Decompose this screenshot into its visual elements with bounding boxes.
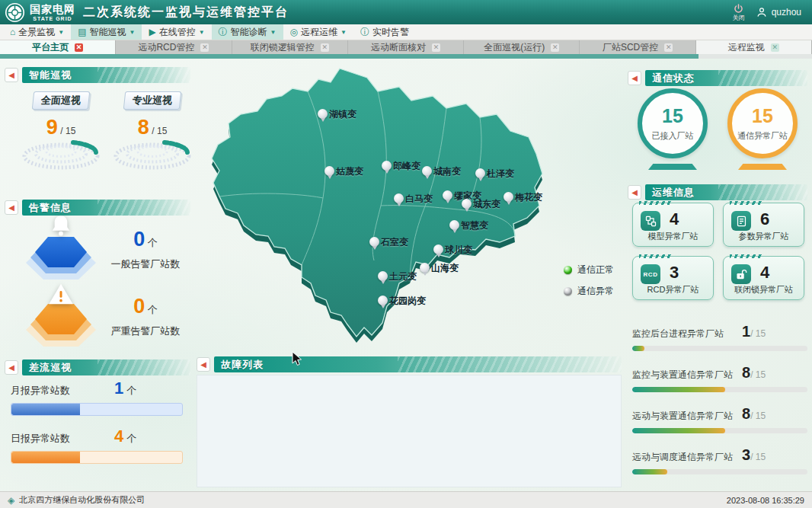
logout-label: 关闭 bbox=[733, 14, 745, 22]
section-fault-list-header: ◀ 故障列表 bbox=[197, 356, 622, 372]
gauge-全面巡视[interactable]: 全面巡视9 / 15 bbox=[18, 91, 104, 176]
close-icon[interactable]: ✕ bbox=[551, 43, 559, 52]
ops-card-RCD异常厂站[interactable]: RCD 3 RCD异常厂站 bbox=[632, 256, 714, 300]
station-pin-郎峰变[interactable]: 郎峰变 bbox=[382, 161, 392, 174]
section-alarm-info-header: ◀ 告警信息 bbox=[5, 200, 190, 216]
stat-value: 1/ 15 bbox=[742, 323, 807, 340]
station-pin-城南变[interactable]: 城南变 bbox=[422, 166, 432, 180]
gauge-专业巡视[interactable]: 专业巡视8 / 15 bbox=[110, 91, 195, 176]
station-pin-缪家变[interactable]: 缪家变 bbox=[443, 190, 452, 204]
tab-联闭锁逻辑管控[interactable]: 联闭锁逻辑管控✕ bbox=[232, 40, 348, 54]
stat-label: 监控与装置通信异常厂站 bbox=[632, 369, 742, 382]
tab-label: 平台主页 bbox=[32, 41, 69, 54]
menu-item-智能诊断[interactable]: ⓘ智能诊断▼ bbox=[212, 24, 283, 40]
station-pin-姑蔑变[interactable]: 姑蔑变 bbox=[324, 166, 334, 180]
gauge-value: 15 bbox=[732, 105, 793, 127]
station-pin-城东变[interactable]: 城东变 bbox=[462, 199, 472, 212]
alert-circle-icon: ⓘ bbox=[360, 27, 369, 37]
menu-bar: ⌂全景监视▼▤智能巡视▼▶在线管控▼ⓘ智能诊断▼◎远程运维▼ⓘ实时告警 bbox=[0, 24, 812, 40]
collapse-icon[interactable]: ◀ bbox=[197, 357, 210, 372]
alarm-hexagon-icon bbox=[26, 225, 96, 281]
diff-item-日报异常站数: 日报异常站数4个 bbox=[11, 427, 183, 464]
station-label: 白马变 bbox=[405, 193, 433, 206]
fault-list-body[interactable] bbox=[197, 375, 622, 487]
gauge-label: 全面巡视 bbox=[32, 91, 91, 110]
legend-label: 通信异常 bbox=[577, 285, 614, 298]
menu-item-智能巡视[interactable]: ▤智能巡视▼ bbox=[71, 24, 142, 40]
menu-item-全景监视[interactable]: ⌂全景监视▼ bbox=[3, 24, 71, 40]
tab-bar: 平台主页✕远动RCD管控✕联闭锁逻辑管控✕远动断面核对✕全面巡视(运行)✕厂站S… bbox=[0, 40, 812, 54]
gauge-label: 专业巡视 bbox=[123, 91, 182, 110]
menu-item-远程运维[interactable]: ◎远程运维▼ bbox=[283, 24, 353, 40]
collapse-icon[interactable]: ◀ bbox=[5, 360, 18, 375]
collapse-icon[interactable]: ◀ bbox=[628, 71, 641, 85]
tab-远动RCD管控[interactable]: 远动RCD管控✕ bbox=[116, 40, 232, 54]
legend-通信正常: 通信正常 bbox=[564, 264, 614, 276]
close-icon[interactable]: ✕ bbox=[75, 43, 83, 52]
gauge-base bbox=[738, 164, 787, 170]
station-pin-山海变[interactable]: 山海变 bbox=[420, 263, 430, 276]
header-actions: 关闭 quzhou bbox=[733, 3, 812, 22]
region-map: 湖镇变姑蔑变郎峰变城南变杜泽变白马变缪家变城东变梅花变智慧变石室变球川变山海变土… bbox=[195, 61, 629, 355]
station-label: 郎峰变 bbox=[393, 160, 420, 173]
alarm-count: 0 个 bbox=[104, 228, 187, 251]
logout-button[interactable]: 关闭 bbox=[733, 3, 745, 22]
stat-line: 监控后台进程异常厂站 1/ 15 bbox=[632, 323, 807, 340]
station-pin-智慧变[interactable]: 智慧变 bbox=[449, 220, 459, 234]
station-label: 土元变 bbox=[389, 270, 417, 283]
close-icon[interactable]: ✕ bbox=[771, 43, 779, 52]
gauge-value: 15 bbox=[642, 105, 703, 127]
diff-progressbar bbox=[11, 451, 183, 464]
stat-progressbar bbox=[632, 469, 807, 474]
tab-远动断面核对[interactable]: 远动断面核对✕ bbox=[348, 40, 464, 54]
station-pin-白马变[interactable]: 白马变 bbox=[394, 193, 404, 207]
station-label: 城南变 bbox=[433, 165, 461, 178]
comm-gauges: 15 已接入厂站 15 通信异常厂站 bbox=[628, 88, 807, 181]
params-icon bbox=[731, 211, 751, 231]
user-account[interactable]: quzhou bbox=[756, 6, 801, 18]
tab-平台主页[interactable]: 平台主页✕ bbox=[0, 40, 116, 54]
brand-text: 国家电网 STATE GRID bbox=[30, 4, 75, 21]
tab-远程监视[interactable]: 远程监视✕ bbox=[696, 40, 812, 54]
ops-card-联闭锁异常厂站[interactable]: 4 联闭锁异常厂站 bbox=[723, 256, 804, 300]
section-title: 差流巡视 bbox=[29, 362, 72, 373]
clock: 2023-08-08 16:35:29 bbox=[727, 496, 804, 505]
alarm-item-一般告警厂站数: 0 个 一般告警厂站数 bbox=[5, 220, 189, 287]
username: quzhou bbox=[772, 7, 801, 18]
section-comm-status-header: ◀ 通信状态 bbox=[628, 70, 807, 86]
alarm-item-严重告警厂站数: 0 个 严重告警厂站数 bbox=[5, 287, 189, 354]
close-icon[interactable]: ✕ bbox=[664, 43, 673, 52]
collapse-icon[interactable]: ◀ bbox=[5, 200, 18, 215]
menu-item-实时告警[interactable]: ⓘ实时告警 bbox=[353, 24, 416, 40]
grid-icon: ▤ bbox=[78, 27, 86, 37]
stat-value: 3/ 15 bbox=[742, 446, 807, 464]
menu-item-label: 智能诊断 bbox=[231, 26, 267, 39]
menu-item-label: 实时告警 bbox=[372, 26, 409, 39]
station-label: 花园岗变 bbox=[389, 295, 426, 308]
close-icon[interactable]: ✕ bbox=[321, 43, 329, 52]
close-icon[interactable]: ✕ bbox=[432, 43, 440, 52]
station-label: 姑蔑变 bbox=[336, 165, 363, 178]
station-label: 球川变 bbox=[445, 244, 472, 257]
station-pin-花园岗变[interactable]: 花园岗变 bbox=[378, 296, 388, 309]
tab-全面巡视(运行)[interactable]: 全面巡视(运行)✕ bbox=[464, 40, 580, 54]
station-pin-梅花变[interactable]: 梅花变 bbox=[504, 192, 513, 206]
station-pin-杜泽变[interactable]: 杜泽变 bbox=[475, 168, 485, 182]
station-pin-湖镇变[interactable]: 湖镇变 bbox=[318, 109, 328, 123]
collapse-icon[interactable]: ◀ bbox=[5, 68, 18, 82]
menu-item-在线管控[interactable]: ▶在线管控▼ bbox=[142, 24, 211, 40]
user-icon bbox=[756, 6, 768, 18]
ops-card-模型异常厂站[interactable]: 4 模型异常厂站 bbox=[632, 203, 714, 247]
ops-card-参数异常厂站[interactable]: 6 参数异常厂站 bbox=[723, 203, 804, 247]
home-icon: ⌂ bbox=[10, 27, 15, 37]
top-header: 国家电网 STATE GRID 二次系统统一监视与运维管控平台 关闭 quzho… bbox=[0, 0, 812, 24]
alarm-count: 0 个 bbox=[104, 295, 187, 318]
station-pin-土元变[interactable]: 土元变 bbox=[378, 271, 388, 285]
stat-远动与装置通信异常厂站: 远动与装置通信异常厂站 8/ 15 bbox=[632, 405, 807, 433]
close-icon[interactable]: ✕ bbox=[200, 43, 209, 52]
section-ops-info-header: ◀ 运维信息 bbox=[628, 184, 807, 200]
station-pin-球川变[interactable]: 球川变 bbox=[433, 244, 443, 258]
station-pin-石室变[interactable]: 石室变 bbox=[369, 237, 379, 251]
collapse-icon[interactable]: ◀ bbox=[628, 185, 641, 200]
tab-厂站SCD管控[interactable]: 厂站SCD管控✕ bbox=[580, 40, 695, 54]
